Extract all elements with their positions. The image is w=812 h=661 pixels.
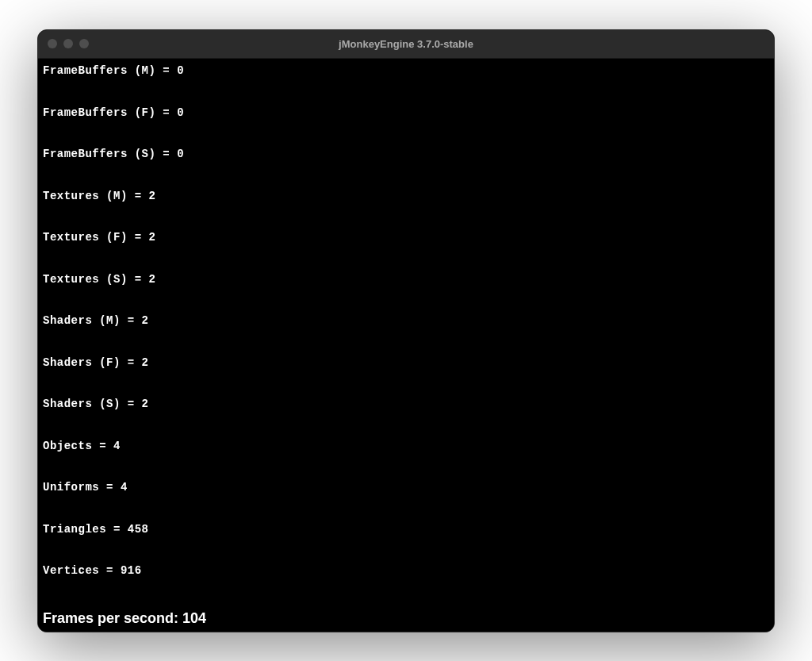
stat-line: Shaders (M) = 2 (43, 314, 184, 329)
stat-line: Triangles = 458 (43, 523, 184, 537)
app-window: jMonkeyEngine 3.7.0-stable FrameBuffers … (37, 29, 775, 632)
stat-line: Shaders (S) = 2 (43, 398, 184, 412)
stat-line: Textures (F) = 2 (43, 231, 184, 245)
stat-line: Vertices = 916 (43, 564, 184, 578)
render-viewport: FrameBuffers (M) = 0 FrameBuffers (F) = … (38, 59, 774, 632)
stat-line: FrameBuffers (M) = 0 (43, 64, 184, 79)
stat-line: FrameBuffers (F) = 0 (43, 106, 184, 121)
stat-line: FrameBuffers (S) = 0 (43, 148, 184, 162)
stat-line: Textures (M) = 2 (43, 190, 184, 204)
stat-line: Textures (S) = 2 (43, 273, 184, 287)
debug-stats: FrameBuffers (M) = 0 FrameBuffers (F) = … (43, 37, 184, 606)
stat-line: Shaders (F) = 2 (43, 356, 184, 371)
stat-line: Uniforms = 4 (43, 481, 184, 495)
window-title: jMonkeyEngine 3.7.0-stable (339, 38, 473, 50)
stat-line: Objects = 4 (43, 440, 184, 454)
fps-counter: Frames per second: 104 (43, 610, 206, 627)
